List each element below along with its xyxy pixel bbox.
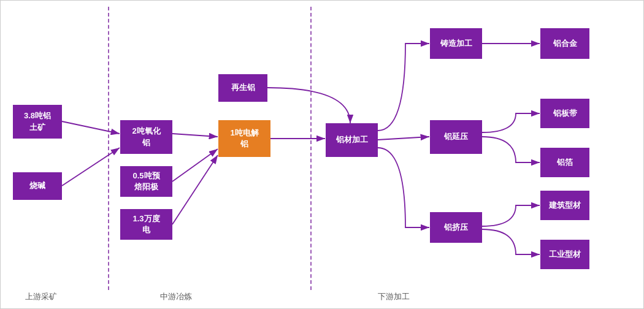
box-bauxite: 3.8吨铝土矿 bbox=[13, 105, 62, 139]
box-al-extrusion: 铝挤压 bbox=[430, 212, 482, 243]
section-label-midstream: 中游冶炼 bbox=[160, 291, 192, 302]
box-electrolytic-al: 1吨电解铝 bbox=[218, 120, 270, 157]
svg-line-1 bbox=[62, 121, 120, 134]
box-alumina: 2吨氧化铝 bbox=[120, 120, 172, 154]
svg-line-7 bbox=[378, 137, 429, 140]
box-al-plate: 铝板带 bbox=[540, 99, 589, 128]
box-anode: 0.5吨预焙阳极 bbox=[120, 166, 172, 197]
box-electricity: 1.3万度电 bbox=[120, 209, 172, 240]
box-industrial-profile: 工业型材 bbox=[540, 240, 589, 269]
box-recycled-al: 再生铝 bbox=[218, 74, 267, 102]
svg-line-5 bbox=[172, 155, 218, 224]
box-al-alloy: 铝合金 bbox=[540, 28, 589, 59]
svg-line-4 bbox=[172, 149, 218, 181]
section-label-upstream: 上游采矿 bbox=[25, 291, 57, 302]
section-label-downstream: 下游加工 bbox=[378, 291, 410, 302]
box-al-rolling: 铝延压 bbox=[430, 120, 482, 154]
box-caustic: 烧碱 bbox=[13, 172, 62, 200]
svg-line-3 bbox=[172, 134, 218, 137]
box-al-foil: 铝箔 bbox=[540, 148, 589, 177]
box-casting: 铸造加工 bbox=[430, 28, 482, 59]
dashed-line-1 bbox=[108, 7, 109, 290]
svg-line-2 bbox=[62, 148, 120, 186]
dashed-line-2 bbox=[310, 7, 312, 290]
box-building-profile: 建筑型材 bbox=[540, 191, 589, 220]
box-al-processing: 铝材加工 bbox=[326, 123, 378, 157]
diagram-container: 3.8吨铝土矿 烧碱 2吨氧化铝 0.5吨预焙阳极 1.3万度电 再生铝 1吨电… bbox=[0, 0, 644, 309]
